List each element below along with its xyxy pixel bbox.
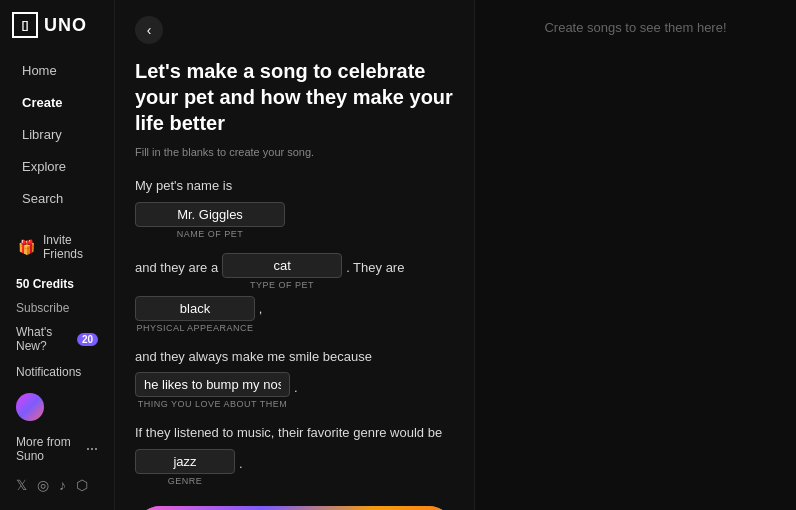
discord-icon[interactable]: ⬡ bbox=[76, 477, 88, 493]
genre-label: If they listened to music, their favorit… bbox=[135, 423, 454, 443]
pet-name-section: My pet's name is NAME OF PET bbox=[135, 176, 454, 239]
page-title: Let's make a song to celebrate your pet … bbox=[135, 58, 454, 136]
sidebar-bottom: 🎁 Invite Friends 50 Credits Subscribe Wh… bbox=[0, 215, 114, 509]
main-content: ‹ Let's make a song to celebrate your pe… bbox=[115, 0, 475, 510]
smile-input[interactable] bbox=[135, 372, 290, 397]
tiktok-icon[interactable]: ♪ bbox=[59, 477, 66, 493]
subscribe-link[interactable]: Subscribe bbox=[0, 297, 114, 319]
back-button[interactable]: ‹ bbox=[135, 16, 163, 44]
gift-icon: 🎁 bbox=[18, 239, 35, 255]
avatar-area[interactable] bbox=[0, 385, 114, 429]
appearance-suffix: , bbox=[259, 301, 263, 316]
sidebar-item-explore[interactable]: Explore bbox=[6, 151, 108, 182]
twitter-icon[interactable]: 𝕏 bbox=[16, 477, 27, 493]
appearance-field-label: PHYSICAL APPEARANCE bbox=[136, 323, 253, 333]
pet-type-group: and they are a TYPE OF PET . They are bbox=[135, 253, 454, 290]
pet-name-field-label: NAME OF PET bbox=[177, 229, 244, 239]
genre-group: GENRE . bbox=[135, 449, 454, 486]
invite-label: Invite Friends bbox=[43, 233, 96, 261]
sidebar-item-search[interactable]: Search bbox=[6, 183, 108, 214]
right-panel-message: Create songs to see them here! bbox=[544, 20, 726, 35]
more-options-icon: ⋯ bbox=[86, 442, 98, 456]
whats-new-row[interactable]: What's New? 20 bbox=[0, 319, 114, 359]
smile-input-wrapper: THING YOU LOVE ABOUT THEM bbox=[135, 372, 290, 409]
genre-input-wrapper: GENRE bbox=[135, 449, 235, 486]
smile-field-label: THING YOU LOVE ABOUT THEM bbox=[138, 399, 288, 409]
sidebar: [] UNO Home Create Library Explore Searc… bbox=[0, 0, 115, 510]
smile-suffix: . bbox=[294, 378, 298, 398]
smile-label: and they always make me smile because bbox=[135, 347, 454, 367]
sidebar-item-home[interactable]: Home bbox=[6, 55, 108, 86]
pet-type-input-wrapper: TYPE OF PET bbox=[222, 253, 342, 290]
pet-type-section: and they are a TYPE OF PET . They are PH… bbox=[135, 253, 454, 333]
right-panel: Create songs to see them here! bbox=[475, 0, 796, 510]
genre-field-label: GENRE bbox=[168, 476, 203, 486]
pet-name-label: My pet's name is bbox=[135, 176, 454, 196]
notifications-item[interactable]: Notifications bbox=[0, 359, 114, 385]
logo-bracket: [] bbox=[22, 20, 29, 31]
they-are-label: and they are a bbox=[135, 258, 218, 278]
main-nav: Home Create Library Explore Search bbox=[0, 54, 114, 215]
they-are-suffix: . They are bbox=[346, 258, 404, 278]
pet-type-input[interactable] bbox=[222, 253, 342, 278]
genre-input[interactable] bbox=[135, 449, 235, 474]
logo-box: [] bbox=[12, 12, 38, 38]
social-icons-row: 𝕏 ◎ ♪ ⬡ bbox=[0, 469, 114, 501]
logo-text: UNO bbox=[44, 15, 87, 36]
smile-section: and they always make me smile because TH… bbox=[135, 347, 454, 410]
logo-area: [] UNO bbox=[0, 12, 114, 54]
pet-name-input[interactable] bbox=[135, 202, 285, 227]
sidebar-item-create[interactable]: Create bbox=[6, 87, 108, 118]
pet-name-input-wrapper: NAME OF PET bbox=[135, 202, 285, 239]
more-from-label: More from Suno bbox=[16, 435, 86, 463]
pet-type-field-label: TYPE OF PET bbox=[250, 280, 314, 290]
create-button[interactable]: ♪ Create bbox=[135, 506, 454, 511]
genre-suffix: . bbox=[239, 454, 243, 474]
genre-section: If they listened to music, their favorit… bbox=[135, 423, 454, 486]
smile-group: THING YOU LOVE ABOUT THEM . bbox=[135, 372, 454, 409]
whats-new-label: What's New? bbox=[16, 325, 71, 353]
appearance-input-wrapper: PHYSICAL APPEARANCE bbox=[135, 296, 255, 333]
instagram-icon[interactable]: ◎ bbox=[37, 477, 49, 493]
invite-friends-button[interactable]: 🎁 Invite Friends bbox=[6, 225, 108, 269]
appearance-input[interactable] bbox=[135, 296, 255, 321]
sidebar-item-library[interactable]: Library bbox=[6, 119, 108, 150]
avatar bbox=[16, 393, 44, 421]
whats-new-badge: 20 bbox=[77, 333, 98, 346]
credits-display: 50 Credits bbox=[0, 271, 114, 297]
more-from-suno[interactable]: More from Suno ⋯ bbox=[0, 429, 114, 469]
form-subtitle: Fill in the blanks to create your song. bbox=[135, 146, 454, 158]
